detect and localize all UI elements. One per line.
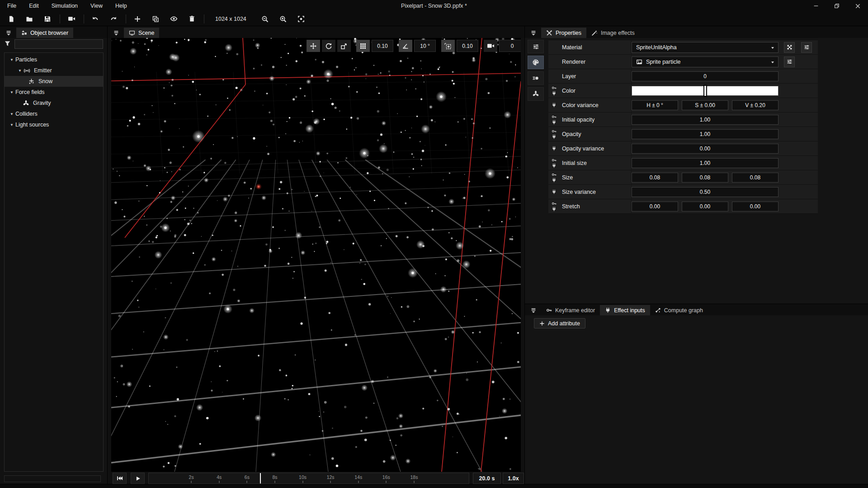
keyframe-key-icon[interactable] [552, 158, 557, 163]
open-file-button[interactable] [23, 13, 36, 25]
tab-image-effects[interactable]: Image effects [586, 28, 640, 38]
material-settings-button[interactable] [801, 42, 812, 53]
effect-input-plug-icon[interactable] [552, 146, 557, 151]
keyframe-key-icon[interactable] [552, 114, 557, 119]
add-object-button[interactable] [131, 13, 144, 25]
angle-snap-field[interactable]: 10 ° [414, 40, 436, 52]
panel-menu-button[interactable] [3, 28, 14, 38]
tree-item-light-sources[interactable]: ▼ Light sources [5, 119, 103, 130]
timeline-playhead[interactable] [260, 473, 261, 483]
menu-simulation[interactable]: Simulation [52, 3, 78, 9]
delete-button[interactable] [185, 13, 198, 25]
effect-input-plug-icon[interactable] [552, 178, 557, 183]
material-blend-button[interactable] [784, 42, 795, 53]
layer-field[interactable]: 0 [632, 71, 778, 81]
effect-input-plug-icon[interactable] [552, 103, 557, 108]
keyframe-key-icon[interactable] [552, 129, 557, 134]
size-z-field[interactable]: 0.08 [732, 173, 778, 183]
keyframe-key-icon[interactable] [552, 85, 557, 90]
opacity-variance-field[interactable]: 0.00 [632, 144, 778, 154]
tab-compute-graph[interactable]: Compute graph [650, 305, 708, 315]
step-snap-field[interactable]: 0.10 [457, 40, 478, 52]
zoom-in-button[interactable] [276, 13, 290, 25]
initial-opacity-field[interactable]: 1.00 [632, 115, 778, 125]
play-button[interactable] [131, 473, 145, 484]
visibility-button[interactable] [167, 13, 180, 25]
duration-field[interactable]: 20.0 s [473, 473, 501, 484]
expander-icon[interactable]: ▼ [8, 90, 15, 94]
menu-view[interactable]: View [90, 3, 103, 9]
size-variance-field[interactable]: 0.50 [632, 187, 778, 197]
menu-edit[interactable]: Edit [29, 3, 39, 9]
category-forces-button[interactable] [528, 87, 544, 101]
tab-keyframe-editor[interactable]: Keyframe editor [541, 305, 600, 315]
expander-icon[interactable]: ▼ [8, 58, 15, 62]
close-button[interactable] [847, 0, 868, 12]
tree-item-snow[interactable]: Snow [5, 76, 103, 87]
category-appearance-button[interactable] [528, 56, 544, 69]
new-file-button[interactable] [5, 13, 18, 25]
rewind-button[interactable] [113, 473, 127, 484]
effect-input-plug-icon[interactable] [552, 163, 557, 168]
opacity-field[interactable]: 1.00 [632, 129, 778, 139]
effect-input-plug-icon[interactable] [552, 120, 557, 125]
menu-help[interactable]: Help [115, 3, 127, 9]
effect-input-plug-icon[interactable] [552, 206, 557, 211]
move-tool-button[interactable] [307, 40, 320, 52]
category-motion-button[interactable] [528, 71, 544, 85]
expander-icon[interactable]: ▼ [8, 123, 15, 127]
gradient-marker[interactable] [703, 85, 707, 97]
add-attribute-button[interactable]: Add attribute [534, 318, 585, 328]
scene-viewport[interactable]: 0.10 10 ° 0.10 0 [111, 38, 521, 472]
camera-index-field[interactable]: 0 [499, 40, 521, 52]
scale-tool-button[interactable] [337, 40, 351, 52]
minimize-button[interactable] [806, 0, 826, 12]
zoom-out-button[interactable] [258, 13, 272, 25]
step-snap-toggle[interactable] [441, 40, 455, 52]
saturation-variance-field[interactable]: S ± 0.00 [682, 100, 728, 110]
expander-icon[interactable]: ▼ [8, 112, 15, 116]
keyframe-key-icon[interactable] [552, 201, 557, 206]
hue-variance-field[interactable]: H ± 0 ° [632, 100, 678, 110]
duplicate-button[interactable] [149, 13, 162, 25]
panel-menu-button[interactable] [528, 305, 539, 315]
size-x-field[interactable]: 0.08 [632, 173, 678, 183]
tab-scene[interactable]: Scene [124, 28, 159, 38]
tab-object-browser[interactable]: Object browser [16, 28, 73, 38]
initial-size-field[interactable]: 1.00 [632, 158, 778, 168]
stretch-z-field[interactable]: 0.00 [732, 202, 778, 211]
save-button[interactable] [41, 13, 54, 25]
renderer-settings-button[interactable] [784, 56, 795, 67]
renderer-select[interactable]: Sprite particle [632, 56, 778, 67]
rotate-tool-button[interactable] [322, 40, 335, 52]
redo-button[interactable] [107, 13, 120, 25]
effect-input-plug-icon[interactable] [552, 91, 557, 96]
category-general-button[interactable] [528, 40, 544, 53]
angle-snap-toggle[interactable] [399, 40, 412, 52]
keyframe-key-icon[interactable] [552, 172, 557, 177]
panel-menu-button[interactable] [528, 28, 539, 38]
restore-button[interactable] [826, 0, 847, 12]
tree-item-emitter[interactable]: ▼ Emitter [5, 65, 103, 76]
camera-button[interactable] [484, 40, 497, 52]
tree-item-force-fields[interactable]: ▼ Force fields [5, 87, 103, 98]
tree-item-particles[interactable]: ▼ Particles [5, 54, 103, 65]
tree-item-gravity[interactable]: Gravity [5, 98, 103, 108]
stretch-x-field[interactable]: 0.00 [632, 202, 678, 211]
color-gradient-field[interactable] [632, 86, 778, 96]
tab-effect-inputs[interactable]: Effect inputs [600, 305, 650, 315]
material-select[interactable]: SpriteUnlitAlpha [632, 42, 778, 53]
expander-icon[interactable]: ▼ [16, 69, 24, 73]
grid-size-field[interactable]: 0.10 [372, 40, 393, 52]
scene-canvas[interactable] [111, 38, 521, 472]
tree-item-colliders[interactable]: ▼ Colliders [5, 108, 103, 119]
stretch-y-field[interactable]: 0.00 [682, 202, 728, 211]
effect-input-plug-icon[interactable] [552, 134, 557, 139]
menu-file[interactable]: File [7, 3, 16, 9]
playback-speed-field[interactable]: 1.0x [503, 473, 524, 484]
tab-properties[interactable]: Properties [541, 28, 586, 38]
grid-snap-toggle[interactable] [356, 40, 370, 52]
timeline-track[interactable]: 2s4s6s8s10s12s14s16s18s [148, 473, 469, 484]
export-video-button[interactable] [65, 13, 78, 25]
panel-menu-button[interactable] [110, 28, 122, 38]
